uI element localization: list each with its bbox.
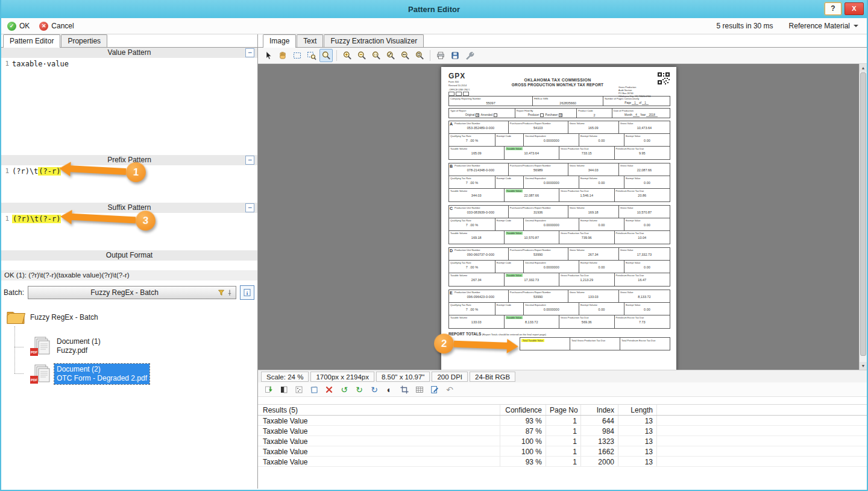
filter-icon[interactable] — [218, 289, 225, 296]
print-icon[interactable] — [434, 49, 447, 62]
output-format-header: Output Format — [1, 250, 257, 261]
table-row[interactable]: Taxable Value 100 % 1 1662 13 — [258, 446, 867, 457]
zoom-icon[interactable] — [319, 49, 333, 62]
result-index: 984 — [581, 426, 618, 436]
checkbox-original: X — [476, 113, 479, 117]
result-index: 644 — [581, 416, 618, 425]
checkbox-purchaser: X — [559, 113, 562, 117]
collapse-prefix-pattern-button[interactable]: − — [245, 156, 254, 165]
delete-icon[interactable] — [322, 383, 336, 396]
form-subtitle: GROSS PRODUCTION MONTHLY TAX REPORT — [497, 83, 618, 87]
table-row[interactable]: Taxable Value 93 % 1 644 13 — [258, 416, 867, 426]
zoom-region-icon[interactable] — [305, 49, 318, 62]
image-viewer[interactable]: GPX Form 300 Revised 10-2014 -OFFICE USE… — [258, 64, 867, 370]
result-length: 13 — [618, 436, 657, 446]
result-name: Taxable Value — [258, 446, 500, 456]
tab-pattern-editor[interactable]: Pattern Editor — [3, 34, 60, 48]
table-row[interactable]: Taxable Value 93 % 1 2000 13 — [258, 457, 867, 467]
results-title[interactable]: Results (5) — [258, 405, 500, 415]
zoom-in-icon[interactable] — [341, 49, 354, 62]
tree-root-label: Fuzzy RegEx - Batch — [30, 313, 98, 322]
properties-info-button[interactable]: i — [240, 285, 254, 300]
collapse-value-pattern-button[interactable]: − — [245, 48, 254, 57]
rotate-left-icon[interactable]: ↺ — [338, 383, 351, 396]
tab-image[interactable]: Image — [263, 34, 296, 48]
col-length[interactable]: Length — [618, 405, 657, 415]
result-page-no: 1 — [546, 446, 581, 456]
reference-material-label: Reference Material — [789, 22, 850, 30]
invert-icon[interactable]: ◐ — [383, 383, 396, 396]
batch-tree: Fuzzy RegEx - Batch PDF Document (1) Fuz… — [1, 302, 257, 489]
form-id-row: Company Reporting Number55097 FEIN or SS… — [448, 96, 670, 106]
zoom-out-icon[interactable] — [355, 49, 368, 62]
table-row[interactable]: Taxable Value 100 % 1 1323 13 — [258, 436, 867, 446]
taxable-value-match: Taxable Value — [506, 232, 523, 235]
batch-dropdown[interactable]: Fuzzy RegEx - Batch — [28, 286, 236, 299]
results-table: Results (5) Confidence Page No Index Len… — [258, 404, 867, 489]
cancel-button[interactable]: ✕ Cancel — [39, 22, 74, 31]
document-stack-icon: PDF — [29, 336, 51, 356]
col-page-no[interactable]: Page No — [546, 405, 581, 415]
result-page-no: 1 — [546, 426, 581, 436]
result-length: 13 — [618, 426, 657, 436]
rotate-right-icon[interactable]: ↻ — [353, 383, 366, 396]
viewer-scrollbar[interactable]: ▲ ▼ — [859, 64, 867, 370]
tree-guide — [14, 347, 24, 347]
tree-root-batch[interactable]: Fuzzy RegEx - Batch — [6, 308, 255, 326]
value-pattern-header: Value Pattern − — [1, 48, 257, 58]
tab-properties[interactable]: Properties — [61, 34, 107, 47]
refresh-icon[interactable]: ↻ — [368, 383, 381, 396]
col-index[interactable]: Index — [581, 405, 618, 415]
import-image-icon[interactable] — [262, 383, 275, 396]
reference-material-dropdown[interactable]: Reference Material — [789, 22, 858, 30]
tab-fuzzy-extraction-visualizer[interactable]: Fuzzy Extraction Visualizer — [324, 34, 424, 47]
table-row[interactable]: Taxable Value 87 % 1 984 13 — [258, 426, 867, 436]
binarize-icon[interactable] — [277, 383, 291, 396]
col-confidence[interactable]: Confidence — [500, 405, 546, 415]
zoom-page-icon[interactable] — [413, 49, 426, 62]
zoom-actual-icon[interactable]: 1:1 — [370, 49, 383, 62]
result-page-no: 1 — [546, 436, 581, 446]
scrollbar-thumb[interactable] — [860, 72, 866, 356]
value-pattern-editor[interactable]: 1 taxable·value — [1, 58, 257, 155]
tree-item-document-2[interactable]: PDF Document (2) OTC Form - Degraded 2.p… — [29, 364, 255, 384]
form-title: OKLAHOMA TAX COMMISSION — [497, 78, 618, 82]
annotate-icon[interactable] — [428, 383, 441, 396]
save-icon[interactable] — [448, 49, 462, 62]
svg-text:PDF: PDF — [31, 378, 38, 382]
results-rows: Taxable Value 93 % 1 644 13 Taxable Valu… — [258, 416, 867, 467]
result-name: Taxable Value — [258, 426, 500, 436]
form-section: EProduction Unit Number096-096423-0-000 … — [448, 290, 670, 329]
result-name: Taxable Value — [258, 436, 500, 446]
grid-lines-icon[interactable] — [413, 383, 426, 396]
pointer-icon[interactable] — [262, 49, 275, 62]
help-button[interactable]: ? — [825, 2, 841, 15]
despeckle-icon[interactable] — [292, 383, 306, 396]
pan-hand-icon[interactable] — [276, 49, 289, 62]
zoom-fit-icon[interactable] — [384, 49, 397, 62]
select-region-icon[interactable] — [291, 49, 304, 62]
scroll-up-icon[interactable]: ▲ — [860, 64, 867, 72]
pin-icon[interactable] — [227, 289, 233, 296]
scroll-down-icon[interactable]: ▼ — [860, 362, 867, 370]
output-format-editor[interactable] — [1, 261, 257, 270]
window-title: Pattern Editor — [408, 5, 460, 14]
tree-item-document-1[interactable]: PDF Document (1) Fuzzy.pdf — [29, 336, 255, 356]
tab-text[interactable]: Text — [297, 34, 323, 47]
ok-button[interactable]: ✓ OK — [7, 22, 30, 31]
report-totals-table: Total Taxable Value Total Gross Producti… — [520, 337, 670, 350]
close-button[interactable]: X — [844, 2, 864, 15]
taxable-value-match: Taxable Value — [506, 147, 523, 150]
deskew-icon[interactable] — [307, 383, 321, 396]
titlebar: Pattern Editor ? X — [1, 0, 867, 18]
callout-badge-1: 1 — [125, 162, 146, 183]
arrow-head-icon — [58, 161, 71, 176]
zoom-width-icon[interactable] — [398, 49, 412, 62]
suffix-pattern-code: (?r)\t(?-r) — [12, 215, 61, 250]
batch-label: Batch: — [4, 288, 24, 297]
undo-icon[interactable]: ↶ — [443, 383, 456, 396]
result-confidence: 87 % — [500, 426, 546, 436]
crop-icon[interactable] — [398, 383, 411, 396]
tools-icon[interactable] — [463, 49, 476, 62]
collapse-suffix-pattern-button[interactable]: − — [245, 203, 254, 212]
